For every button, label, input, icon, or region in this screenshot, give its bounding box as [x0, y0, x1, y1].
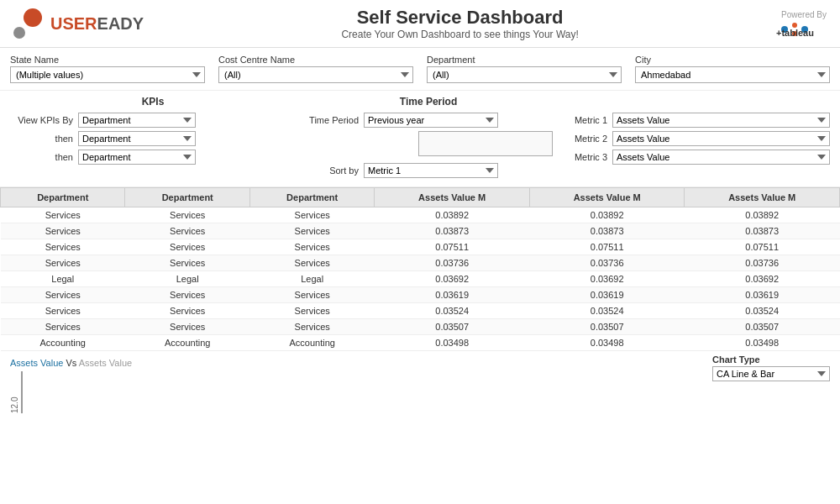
table-cell: Services	[249, 319, 374, 335]
table-cell: 0.03507	[529, 319, 685, 335]
col-header-assets2: Assets Value M	[529, 188, 685, 207]
bottom-section: Assets Value Vs Assets Value 12.0 Chart …	[0, 351, 840, 417]
table-cell: Accounting	[249, 351, 374, 352]
table-cell: 0.03873	[529, 223, 685, 239]
chart-title-part2: Assets Value	[79, 358, 132, 368]
kpi-then2-row: then Department	[10, 150, 296, 165]
table-cell: 0.07511	[685, 239, 840, 255]
table-body: ServicesServicesServices0.038920.038920.…	[1, 207, 840, 352]
state-name-select[interactable]: (Multiple values)	[10, 66, 205, 83]
table-cell: Accounting	[1, 351, 125, 352]
col-header-dept1: Department	[1, 188, 125, 207]
time-period-select[interactable]: Previous year	[364, 113, 498, 128]
metric3-row: Metric 3 Assets Value	[561, 150, 830, 165]
table-row: LegalLegalLegal0.036920.036920.03692	[1, 271, 840, 287]
table-cell: Services	[249, 303, 374, 319]
metric3-select[interactable]: Assets Value	[612, 150, 830, 165]
chart-vs-label: Vs	[66, 358, 76, 368]
tableau-icon: +tableau	[776, 21, 827, 38]
table-cell: Services	[249, 207, 374, 223]
table-cell: 0.03736	[529, 255, 685, 271]
header: USEREADY Self Service Dashboard Create Y…	[0, 0, 840, 48]
col-header-dept3: Department	[249, 188, 374, 207]
time-period-label: Time Period	[304, 115, 359, 125]
then2-label: then	[10, 152, 73, 162]
title-area: Self Service Dashboard Create Your Own D…	[341, 7, 578, 40]
table-row: ServicesServicesServices0.075110.075110.…	[1, 239, 840, 255]
cost-centre-filter: Cost Centre Name (All)	[218, 55, 413, 83]
table-cell: Services	[125, 255, 249, 271]
powered-by-area: Powered By +tableau	[776, 10, 827, 38]
sort-by-label: Sort by	[304, 165, 359, 176]
table-cell: Legal	[249, 271, 374, 287]
time-period-text-area	[418, 131, 553, 156]
filters-row: State Name (Multiple values) Cost Centre…	[0, 48, 840, 91]
svg-text:+tableau: +tableau	[776, 28, 814, 38]
chart-y-axis-line	[21, 371, 23, 413]
chart-y-axis-label: 12.0	[10, 371, 19, 413]
table-cell: Services	[125, 223, 249, 239]
sort-by-row: Sort by Metric 1	[304, 163, 553, 178]
city-label: City	[635, 55, 830, 65]
table-cell: 0.03498	[685, 335, 840, 351]
table-cell: 0.03507	[685, 319, 840, 335]
table-cell: Accounting	[125, 351, 249, 352]
metric2-label: Metric 2	[561, 134, 607, 144]
table-cell: 0.03736	[685, 255, 840, 271]
cost-centre-select[interactable]: (All)	[218, 66, 413, 83]
sort-by-select[interactable]: Metric 1	[364, 163, 498, 178]
table-cell: 0.07511	[529, 239, 685, 255]
col-header-dept2: Department	[125, 188, 249, 207]
metric1-row: Metric 1 Assets Value	[561, 113, 830, 128]
table-cell: 0.03892	[685, 207, 840, 223]
time-period-row: Time Period Previous year	[304, 113, 553, 128]
table-cell: Services	[1, 303, 125, 319]
table-cell: 0.03524	[375, 303, 530, 319]
col-header-assets1: Assets Value M	[375, 188, 530, 207]
chart-type-section: Chart Type CA Line & Bar	[712, 354, 830, 381]
middle-section: KPIs View KPIs By Department then Depart…	[0, 91, 840, 187]
chart-type-label: Chart Type	[712, 354, 830, 365]
table-cell: Services	[1, 207, 125, 223]
table-cell: 0.03873	[685, 223, 840, 239]
table-cell: 0.03524	[685, 303, 840, 319]
table-cell: 0.03463	[529, 351, 685, 352]
department-select[interactable]: (All)	[427, 66, 622, 83]
table-cell: Services	[249, 239, 374, 255]
state-name-filter: State Name (Multiple values)	[10, 55, 205, 83]
metric2-select[interactable]: Assets Value	[612, 131, 830, 146]
table-cell: Services	[1, 255, 125, 271]
table-header: Department Department Department Assets …	[1, 188, 840, 207]
then1-select[interactable]: Department	[78, 131, 196, 146]
table-cell: 0.03498	[375, 335, 530, 351]
city-select[interactable]: Ahmedabad	[635, 66, 830, 83]
data-table: Department Department Department Assets …	[0, 187, 840, 351]
view-by-select[interactable]: Department	[78, 113, 196, 128]
metric1-select[interactable]: Assets Value	[612, 113, 830, 128]
table-cell: Legal	[1, 271, 125, 287]
then1-label: then	[10, 134, 73, 144]
table-cell: Accounting	[1, 335, 125, 351]
table-cell: 0.03892	[529, 207, 685, 223]
table-row: ServicesServicesServices0.038730.038730.…	[1, 223, 840, 239]
table-cell: 0.03619	[685, 287, 840, 303]
table-cell: Services	[249, 255, 374, 271]
kpi-view-by-row: View KPIs By Department	[10, 113, 296, 128]
table-row: ServicesServicesServices0.035240.035240.…	[1, 303, 840, 319]
table-cell: 0.03619	[529, 287, 685, 303]
table-row: AccountingAccountingAccounting0.034630.0…	[1, 351, 840, 352]
logo-circle-big	[24, 8, 42, 27]
table-cell: Services	[125, 319, 249, 335]
powered-by-text: Powered By	[776, 10, 827, 19]
table-cell: 0.03524	[529, 303, 685, 319]
view-by-label: View KPIs By	[10, 115, 73, 125]
table-cell: Accounting	[125, 335, 249, 351]
table-cell: 0.03498	[529, 335, 685, 351]
table-header-row: Department Department Department Assets …	[1, 188, 840, 207]
table-cell: Services	[1, 287, 125, 303]
then2-select[interactable]: Department	[78, 150, 196, 165]
logo-circle-small	[13, 27, 25, 39]
logo-user: USER	[50, 14, 97, 33]
table-cell: 0.03507	[375, 319, 530, 335]
chart-type-select[interactable]: CA Line & Bar	[712, 366, 830, 381]
